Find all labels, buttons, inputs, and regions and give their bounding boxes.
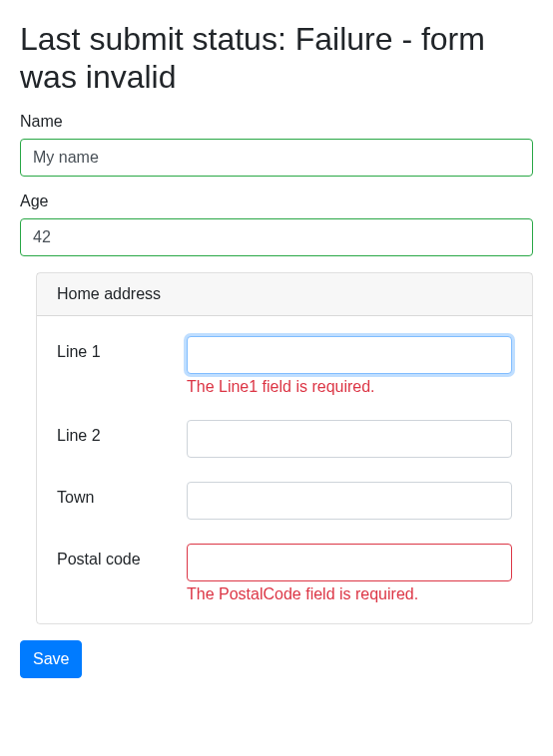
age-input[interactable]: [20, 218, 533, 256]
line1-label: Line 1: [57, 336, 187, 396]
town-input[interactable]: [187, 482, 512, 520]
town-label: Town: [57, 482, 187, 520]
address-header: Home address: [37, 273, 532, 316]
age-label: Age: [20, 192, 533, 210]
line2-input[interactable]: [187, 420, 512, 458]
save-button[interactable]: Save: [20, 640, 82, 678]
postal-error: The PostalCode field is required.: [187, 585, 512, 603]
line1-input[interactable]: [187, 336, 512, 374]
name-input[interactable]: [20, 139, 533, 177]
name-label: Name: [20, 113, 533, 131]
page-title: Last submit status: Failure - form was i…: [20, 20, 533, 97]
line2-label: Line 2: [57, 420, 187, 458]
postal-label: Postal code: [57, 544, 187, 603]
line1-error: The Line1 field is required.: [187, 378, 512, 396]
address-card: Home address Line 1 The Line1 field is r…: [36, 272, 533, 624]
postal-input[interactable]: [187, 544, 512, 581]
